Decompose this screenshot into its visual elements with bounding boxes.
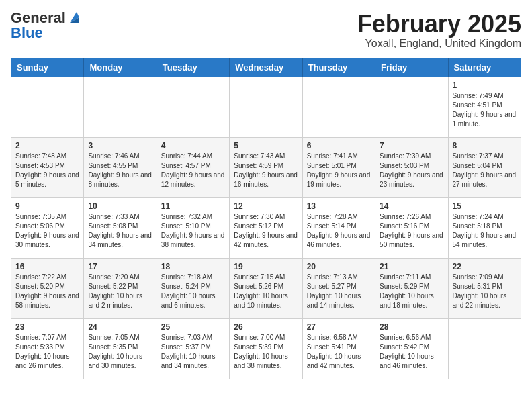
day-info: Sunrise: 7:37 AM Sunset: 5:04 PM Dayligh… bbox=[453, 152, 517, 189]
day-number: 17 bbox=[88, 262, 152, 271]
calendar-cell bbox=[448, 318, 521, 379]
calendar-day-header: Friday bbox=[375, 58, 448, 77]
page-header: General Blue February 2025 Yoxall, Engla… bbox=[11, 11, 521, 50]
day-number: 25 bbox=[161, 322, 225, 332]
day-number: 20 bbox=[307, 262, 371, 271]
calendar-cell: 4Sunrise: 7:44 AM Sunset: 4:57 PM Daylig… bbox=[157, 137, 229, 197]
day-number: 9 bbox=[15, 201, 79, 211]
calendar-cell: 11Sunrise: 7:32 AM Sunset: 5:10 PM Dayli… bbox=[157, 197, 229, 258]
day-info: Sunrise: 6:58 AM Sunset: 5:41 PM Dayligh… bbox=[307, 333, 371, 371]
day-info: Sunrise: 7:18 AM Sunset: 5:24 PM Dayligh… bbox=[161, 273, 225, 310]
day-info: Sunrise: 7:13 AM Sunset: 5:27 PM Dayligh… bbox=[307, 273, 371, 310]
day-number: 12 bbox=[234, 201, 298, 211]
calendar-cell: 8Sunrise: 7:37 AM Sunset: 5:04 PM Daylig… bbox=[448, 137, 521, 197]
day-info: Sunrise: 7:43 AM Sunset: 4:59 PM Dayligh… bbox=[234, 152, 298, 189]
calendar-day-header: Tuesday bbox=[157, 58, 229, 77]
day-info: Sunrise: 7:11 AM Sunset: 5:29 PM Dayligh… bbox=[380, 273, 443, 310]
calendar-cell: 19Sunrise: 7:15 AM Sunset: 5:26 PM Dayli… bbox=[230, 258, 302, 318]
calendar-day-header: Monday bbox=[84, 58, 157, 77]
day-number: 6 bbox=[307, 141, 371, 150]
calendar-cell: 25Sunrise: 7:03 AM Sunset: 5:37 PM Dayli… bbox=[157, 318, 229, 379]
day-number: 19 bbox=[234, 262, 298, 271]
month-title: February 2025 bbox=[357, 11, 521, 38]
calendar-cell bbox=[157, 77, 229, 137]
day-info: Sunrise: 7:46 AM Sunset: 4:55 PM Dayligh… bbox=[88, 152, 152, 189]
calendar-cell: 17Sunrise: 7:20 AM Sunset: 5:22 PM Dayli… bbox=[84, 258, 157, 318]
calendar-cell: 3Sunrise: 7:46 AM Sunset: 4:55 PM Daylig… bbox=[84, 137, 157, 197]
day-info: Sunrise: 7:20 AM Sunset: 5:22 PM Dayligh… bbox=[88, 273, 152, 310]
day-info: Sunrise: 7:39 AM Sunset: 5:03 PM Dayligh… bbox=[380, 152, 443, 189]
calendar-cell bbox=[11, 77, 84, 137]
day-number: 1 bbox=[453, 81, 517, 90]
day-number: 18 bbox=[161, 262, 225, 271]
calendar-week-row: 2Sunrise: 7:48 AM Sunset: 4:53 PM Daylig… bbox=[11, 137, 521, 197]
day-number: 4 bbox=[161, 141, 225, 150]
calendar-day-header: Thursday bbox=[302, 58, 375, 77]
calendar-cell bbox=[230, 77, 302, 137]
calendar-week-row: 1Sunrise: 7:49 AM Sunset: 4:51 PM Daylig… bbox=[11, 77, 521, 137]
day-number: 3 bbox=[88, 141, 152, 150]
day-number: 22 bbox=[453, 262, 517, 271]
calendar-cell: 15Sunrise: 7:24 AM Sunset: 5:18 PM Dayli… bbox=[448, 197, 521, 258]
calendar-week-row: 23Sunrise: 7:07 AM Sunset: 5:33 PM Dayli… bbox=[11, 318, 521, 379]
day-info: Sunrise: 7:48 AM Sunset: 4:53 PM Dayligh… bbox=[15, 152, 79, 189]
calendar-cell: 16Sunrise: 7:22 AM Sunset: 5:20 PM Dayli… bbox=[11, 258, 84, 318]
day-info: Sunrise: 7:07 AM Sunset: 5:33 PM Dayligh… bbox=[15, 333, 79, 371]
calendar-week-row: 9Sunrise: 7:35 AM Sunset: 5:06 PM Daylig… bbox=[11, 197, 521, 258]
day-number: 5 bbox=[234, 141, 298, 150]
day-number: 26 bbox=[234, 322, 298, 332]
calendar-header-row: SundayMondayTuesdayWednesdayThursdayFrid… bbox=[11, 58, 521, 77]
day-info: Sunrise: 7:03 AM Sunset: 5:37 PM Dayligh… bbox=[161, 333, 225, 371]
calendar-cell: 2Sunrise: 7:48 AM Sunset: 4:53 PM Daylig… bbox=[11, 137, 84, 197]
title-block: February 2025 Yoxall, England, United Ki… bbox=[357, 11, 521, 50]
calendar-cell: 26Sunrise: 7:00 AM Sunset: 5:39 PM Dayli… bbox=[230, 318, 302, 379]
day-number: 21 bbox=[380, 262, 443, 271]
calendar-cell: 20Sunrise: 7:13 AM Sunset: 5:27 PM Dayli… bbox=[302, 258, 375, 318]
day-number: 13 bbox=[307, 201, 371, 211]
day-number: 16 bbox=[15, 262, 79, 271]
calendar-cell: 21Sunrise: 7:11 AM Sunset: 5:29 PM Dayli… bbox=[375, 258, 448, 318]
day-number: 11 bbox=[161, 201, 225, 211]
logo-icon bbox=[67, 11, 82, 26]
calendar-day-header: Sunday bbox=[11, 58, 84, 77]
day-info: Sunrise: 7:15 AM Sunset: 5:26 PM Dayligh… bbox=[234, 273, 298, 310]
day-number: 24 bbox=[88, 322, 152, 332]
calendar-cell bbox=[302, 77, 375, 137]
calendar-cell: 24Sunrise: 7:05 AM Sunset: 5:35 PM Dayli… bbox=[84, 318, 157, 379]
day-info: Sunrise: 7:33 AM Sunset: 5:08 PM Dayligh… bbox=[88, 212, 152, 250]
day-number: 10 bbox=[88, 201, 152, 211]
day-info: Sunrise: 7:22 AM Sunset: 5:20 PM Dayligh… bbox=[15, 273, 79, 310]
day-info: Sunrise: 7:30 AM Sunset: 5:12 PM Dayligh… bbox=[234, 212, 298, 250]
day-number: 2 bbox=[15, 141, 79, 150]
day-info: Sunrise: 7:05 AM Sunset: 5:35 PM Dayligh… bbox=[88, 333, 152, 371]
calendar-cell bbox=[84, 77, 157, 137]
calendar-cell: 28Sunrise: 6:56 AM Sunset: 5:42 PM Dayli… bbox=[375, 318, 448, 379]
day-info: Sunrise: 7:49 AM Sunset: 4:51 PM Dayligh… bbox=[453, 91, 517, 129]
logo-general-text: General bbox=[11, 11, 66, 26]
day-info: Sunrise: 7:32 AM Sunset: 5:10 PM Dayligh… bbox=[161, 212, 225, 250]
calendar-cell bbox=[375, 77, 448, 137]
calendar-cell: 27Sunrise: 6:58 AM Sunset: 5:41 PM Dayli… bbox=[302, 318, 375, 379]
day-number: 14 bbox=[380, 201, 443, 211]
calendar-cell: 23Sunrise: 7:07 AM Sunset: 5:33 PM Dayli… bbox=[11, 318, 84, 379]
calendar-cell: 10Sunrise: 7:33 AM Sunset: 5:08 PM Dayli… bbox=[84, 197, 157, 258]
day-info: Sunrise: 7:44 AM Sunset: 4:57 PM Dayligh… bbox=[161, 152, 225, 189]
calendar-cell: 22Sunrise: 7:09 AM Sunset: 5:31 PM Dayli… bbox=[448, 258, 521, 318]
day-info: Sunrise: 7:35 AM Sunset: 5:06 PM Dayligh… bbox=[15, 212, 79, 250]
logo: General Blue bbox=[11, 11, 82, 40]
day-info: Sunrise: 7:09 AM Sunset: 5:31 PM Dayligh… bbox=[453, 273, 517, 310]
calendar-cell: 14Sunrise: 7:26 AM Sunset: 5:16 PM Dayli… bbox=[375, 197, 448, 258]
calendar-cell: 6Sunrise: 7:41 AM Sunset: 5:01 PM Daylig… bbox=[302, 137, 375, 197]
calendar-day-header: Wednesday bbox=[230, 58, 302, 77]
day-info: Sunrise: 7:00 AM Sunset: 5:39 PM Dayligh… bbox=[234, 333, 298, 371]
calendar-cell: 5Sunrise: 7:43 AM Sunset: 4:59 PM Daylig… bbox=[230, 137, 302, 197]
day-number: 8 bbox=[453, 141, 517, 150]
day-info: Sunrise: 6:56 AM Sunset: 5:42 PM Dayligh… bbox=[380, 333, 443, 371]
day-number: 23 bbox=[15, 322, 79, 332]
day-number: 27 bbox=[307, 322, 371, 332]
logo-blue-text: Blue bbox=[11, 26, 43, 40]
calendar-cell: 18Sunrise: 7:18 AM Sunset: 5:24 PM Dayli… bbox=[157, 258, 229, 318]
calendar-cell: 13Sunrise: 7:28 AM Sunset: 5:14 PM Dayli… bbox=[302, 197, 375, 258]
calendar-cell: 12Sunrise: 7:30 AM Sunset: 5:12 PM Dayli… bbox=[230, 197, 302, 258]
calendar-cell: 9Sunrise: 7:35 AM Sunset: 5:06 PM Daylig… bbox=[11, 197, 84, 258]
